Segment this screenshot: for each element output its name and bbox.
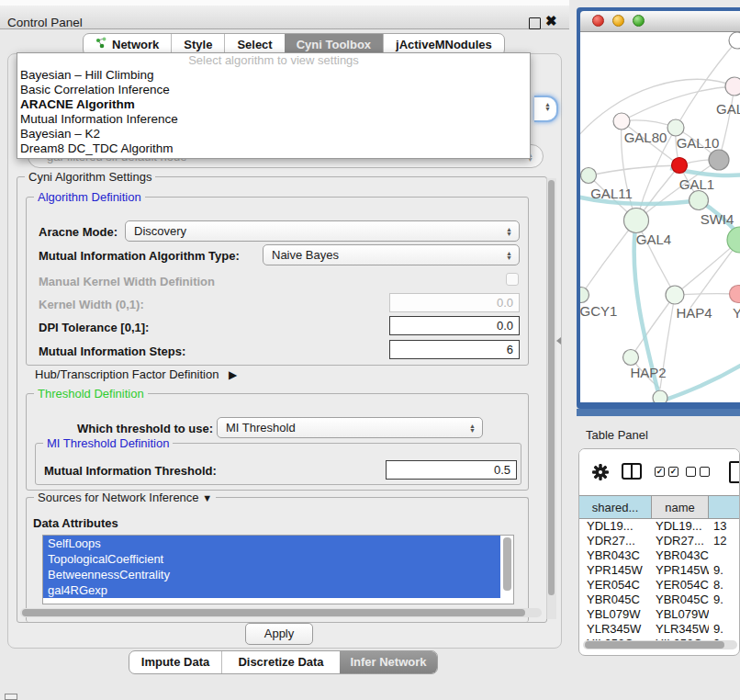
table-row[interactable]: YDR27...YDR27...12 bbox=[579, 534, 740, 548]
node-gal-partial[interactable] bbox=[725, 77, 740, 96]
algorithm-dropdown-popup: Select algorithm to view settings Bayesi… bbox=[17, 52, 531, 159]
node-gal11[interactable] bbox=[581, 168, 597, 184]
table-row[interactable]: YPR145WYPR145W9. bbox=[579, 563, 740, 578]
node-salmon[interactable] bbox=[730, 286, 740, 303]
panel-collapse-handle[interactable] bbox=[556, 337, 561, 344]
table-cell: YDR27... bbox=[579, 534, 652, 548]
node-partial-bottom[interactable] bbox=[653, 390, 667, 402]
control-panel-header: Control Panel ✖ bbox=[0, 6, 569, 29]
tab-discretize-data[interactable]: Discretize Data bbox=[221, 651, 340, 673]
data-attribute-item[interactable]: TopologicalCoefficient bbox=[43, 551, 500, 567]
table-cell: YPR145W bbox=[652, 563, 709, 578]
svg-text:Y: Y bbox=[733, 305, 740, 321]
table-panel-title: Table Panel bbox=[586, 428, 648, 442]
scrollbar-thumb[interactable] bbox=[548, 180, 555, 595]
node-gcy1[interactable] bbox=[580, 288, 589, 303]
hub-section-toggle[interactable]: Hub/Transcription Factor Definition ▶ bbox=[35, 367, 237, 381]
algorithm-option[interactable]: Mutual Information Inference bbox=[17, 112, 530, 127]
svg-text:HAP4: HAP4 bbox=[676, 305, 712, 321]
apply-button[interactable]: Apply bbox=[245, 623, 313, 645]
algorithm-option[interactable]: Bayesian – Hill Climbing bbox=[17, 68, 530, 83]
document-icon[interactable] bbox=[729, 461, 740, 483]
settings-vertical-scrollbar[interactable] bbox=[546, 178, 556, 619]
expand-right-icon: ▶ bbox=[229, 368, 237, 381]
float-window-icon[interactable] bbox=[529, 17, 541, 29]
network-window-frame-bottom bbox=[577, 409, 740, 416]
tab-impute-data[interactable]: Impute Data bbox=[129, 651, 221, 673]
table-horizontal-scrollbar[interactable] bbox=[583, 640, 737, 649]
mi-algorithm-type-select[interactable]: Naive Bayes ▲▼ bbox=[263, 244, 520, 265]
settings-horizontal-scrollbar[interactable] bbox=[20, 608, 542, 617]
table-cell bbox=[709, 548, 740, 563]
table-cell: YBR045C bbox=[652, 593, 709, 607]
mi-algorithm-type-label: Mutual Information Algorithm Type: bbox=[39, 249, 240, 263]
node-gal4[interactable] bbox=[624, 209, 649, 233]
table-row[interactable]: YER054CYER054C8. bbox=[579, 578, 740, 593]
tab-infer-network[interactable]: Infer Network bbox=[340, 651, 437, 673]
sources-group-title[interactable]: Sources for Network Inference ▼ bbox=[34, 491, 216, 504]
table-cell: YBR043C bbox=[579, 548, 652, 563]
table-cell: YLR345W bbox=[579, 622, 652, 637]
checked-checkbox-icon[interactable]: ✓ bbox=[655, 467, 665, 477]
stepper-icon: ▲▼ bbox=[544, 102, 551, 111]
table-cell: YDL19... bbox=[652, 519, 709, 534]
svg-text:SWI4: SWI4 bbox=[701, 211, 734, 227]
mi-threshold-group-title: MI Threshold Definition bbox=[43, 436, 173, 450]
algorithm-option[interactable]: Basic Correlation Inference bbox=[17, 83, 530, 97]
algorithm-option[interactable]: Bayesian – K2 bbox=[17, 127, 530, 141]
kernel-width-field[interactable]: 0.0 bbox=[389, 293, 520, 312]
table-row[interactable]: YBR043CYBR043C bbox=[579, 548, 740, 563]
column-header-name[interactable]: name bbox=[652, 496, 709, 518]
data-attribute-item[interactable]: SelfLoops bbox=[43, 536, 500, 551]
inference-algorithm-combo[interactable]: ▲▼ bbox=[534, 96, 558, 122]
dpi-tolerance-field[interactable]: 0.0 bbox=[389, 316, 520, 335]
close-icon[interactable]: ✖ bbox=[545, 14, 557, 28]
data-attributes-label: Data Attributes bbox=[33, 516, 118, 530]
data-attribute-item[interactable]: gal4RGexp bbox=[43, 582, 500, 598]
table-cell: YDL19... bbox=[579, 519, 652, 534]
aracne-mode-select[interactable]: Discovery ▲▼ bbox=[125, 220, 520, 242]
network-canvas[interactable]: GAL GAL80 GAL10 GAL1 GAL11 SWI4 GAL4 GCY… bbox=[580, 32, 740, 402]
table-row[interactable]: YDL19...YDL19...13 bbox=[579, 519, 740, 534]
table-row[interactable]: YBR045CYBR045C9. bbox=[579, 593, 740, 607]
column-header-partial[interactable] bbox=[709, 496, 740, 518]
table-cell: YBL079W bbox=[652, 607, 709, 622]
data-attribute-item[interactable]: BetweennessCentrality bbox=[43, 567, 500, 582]
gear-icon[interactable] bbox=[590, 462, 611, 482]
list-scrollbar[interactable] bbox=[503, 537, 511, 591]
column-header-shared-name[interactable]: shared... bbox=[579, 496, 652, 518]
manual-kernel-checkbox[interactable] bbox=[506, 273, 519, 286]
data-attributes-list[interactable]: SelfLoopsTopologicalCoefficientBetweenne… bbox=[42, 535, 514, 604]
scrollbar-thumb[interactable] bbox=[585, 641, 724, 649]
stepper-icon: ▲▼ bbox=[469, 423, 476, 433]
table-row[interactable]: YLR345WYLR345W9. bbox=[579, 622, 740, 637]
table-rows: YDL19...YDL19...13YDR27...YDR27...12YBR0… bbox=[579, 519, 740, 640]
close-traffic-light[interactable] bbox=[592, 15, 604, 27]
svg-text:GAL11: GAL11 bbox=[590, 186, 633, 201]
node-gray[interactable] bbox=[709, 150, 729, 170]
node-hap2[interactable] bbox=[623, 350, 639, 366]
checked-checkbox-icon[interactable]: ✓ bbox=[668, 467, 678, 477]
unchecked-checkbox-icon[interactable] bbox=[700, 467, 710, 477]
scrollbar-thumb[interactable] bbox=[22, 609, 525, 616]
network-window-titlebar[interactable] bbox=[580, 11, 740, 32]
algorithm-option[interactable]: Dream8 DC_TDC Algorithm bbox=[17, 141, 530, 156]
node-gal10[interactable] bbox=[667, 119, 684, 136]
mi-threshold-field[interactable]: 0.5 bbox=[386, 460, 517, 480]
node-hap4[interactable] bbox=[666, 286, 684, 304]
column-layout-icon[interactable] bbox=[622, 463, 642, 480]
mi-steps-field[interactable]: 6 bbox=[389, 340, 520, 359]
unchecked-checkbox-icon[interactable] bbox=[686, 467, 696, 477]
minimize-traffic-light[interactable] bbox=[612, 15, 624, 27]
table-row[interactable]: YBL079WYBL079W bbox=[579, 607, 740, 622]
table-cell: YLR345W bbox=[652, 622, 709, 637]
algorithm-option[interactable]: ARACNE Algorithm bbox=[17, 97, 530, 112]
algorithm-placeholder-option[interactable]: Select algorithm to view settings bbox=[17, 53, 530, 68]
node-partial-top[interactable] bbox=[729, 32, 740, 49]
table-cell: YDR27... bbox=[652, 534, 709, 548]
node-swi4[interactable] bbox=[690, 191, 709, 210]
zoom-traffic-light[interactable] bbox=[633, 15, 645, 27]
node-gal80[interactable] bbox=[613, 113, 630, 130]
node-gal1-red[interactable] bbox=[672, 158, 688, 174]
which-threshold-select[interactable]: MI Threshold ▲▼ bbox=[217, 417, 483, 438]
